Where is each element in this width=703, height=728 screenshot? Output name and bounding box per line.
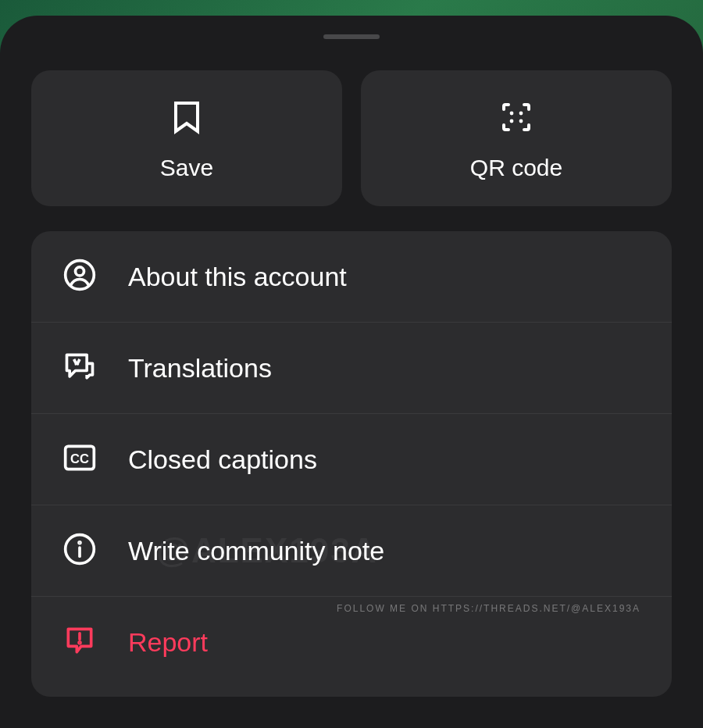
menu-list: About this account Translations CC Close… — [31, 231, 672, 697]
closed-captions-item[interactable]: CC Closed captions — [31, 414, 672, 505]
community-note-item[interactable]: @ALEX193A Write community note — [31, 505, 672, 597]
info-circle-icon — [62, 532, 97, 569]
qr-code-button[interactable]: QR code — [361, 70, 672, 206]
translations-item[interactable]: Translations — [31, 323, 672, 414]
translate-icon — [62, 349, 97, 387]
cc-icon: CC — [62, 441, 97, 478]
about-account-item[interactable]: About this account — [31, 231, 672, 323]
closed-captions-label: Closed captions — [128, 444, 317, 475]
svg-point-10 — [79, 542, 80, 544]
community-note-label: Write community note — [128, 536, 384, 566]
qr-code-icon — [498, 98, 535, 139]
qr-code-label: QR code — [470, 155, 562, 181]
bottom-sheet: Save QR code — [0, 16, 703, 728]
follow-text: FOLLOW ME ON HTTPS://THREADS.NET/@ALEX19… — [337, 603, 641, 614]
save-button[interactable]: Save — [31, 70, 342, 206]
svg-point-1 — [519, 112, 523, 116]
drag-handle[interactable] — [323, 34, 380, 39]
svg-text:CC: CC — [70, 451, 89, 466]
svg-point-0 — [510, 112, 514, 116]
about-account-label: About this account — [128, 262, 347, 292]
report-item[interactable]: FOLLOW ME ON HTTPS://THREADS.NET/@ALEX19… — [31, 597, 672, 687]
bookmark-icon — [168, 98, 205, 139]
report-icon — [62, 623, 97, 661]
save-label: Save — [160, 155, 213, 181]
translations-label: Translations — [128, 353, 272, 384]
action-row: Save QR code — [31, 70, 672, 206]
person-circle-icon — [62, 258, 97, 295]
svg-point-12 — [79, 642, 80, 644]
svg-point-5 — [76, 267, 84, 276]
svg-point-2 — [510, 120, 514, 123]
svg-point-3 — [519, 120, 523, 123]
report-label: Report — [128, 627, 208, 658]
